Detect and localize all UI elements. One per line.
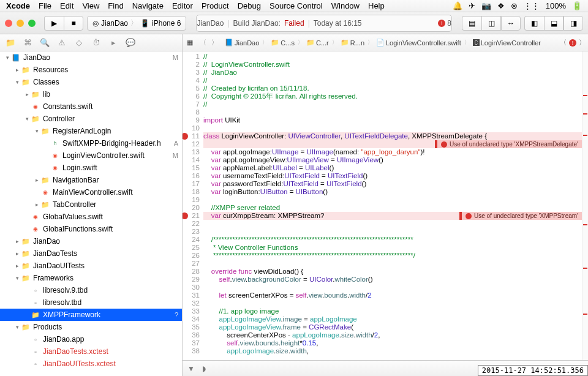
- code-content[interactable]: //// LoginViewController.swift// JianDao…: [203, 51, 582, 360]
- evernote-icon[interactable]: ❖: [497, 1, 505, 10]
- code-line[interactable]: [203, 284, 582, 291]
- line-number[interactable]: 37: [183, 339, 203, 347]
- code-line[interactable]: [203, 228, 582, 236]
- next-issue-button[interactable]: 〉: [579, 38, 586, 47]
- menu-edit[interactable]: Edit: [60, 1, 74, 10]
- debug-navigator-tab[interactable]: ⏱: [89, 37, 103, 49]
- line-number[interactable]: 13: [183, 148, 203, 156]
- code-line[interactable]: import UIKit: [203, 116, 582, 124]
- code-line[interactable]: // Created by licrifan on 15/11/18.: [203, 85, 582, 92]
- code-line[interactable]: ****************************************…: [203, 252, 582, 260]
- line-number[interactable]: 3: [183, 69, 203, 77]
- project-tree[interactable]: ▾📘JianDaoM▸📁Resources▾📁Classes▸📁lib◉Cons…: [0, 51, 182, 376]
- tree-item-jiandao[interactable]: ▾📘JianDaoM: [0, 51, 182, 64]
- inline-error-badge[interactable]: Use of undeclared type 'XMPPStream': [459, 212, 582, 220]
- breakpoints-button[interactable]: ◗: [202, 364, 206, 373]
- toggle-navigator-button[interactable]: ◧: [524, 16, 544, 31]
- error-badge[interactable]: ! 8: [438, 19, 451, 28]
- tree-item-jiandao[interactable]: ▸📁JianDao: [0, 235, 182, 247]
- go-forward-button[interactable]: 〉: [211, 38, 218, 47]
- jump-symbol[interactable]: 🅲 LoginViewController: [471, 39, 543, 47]
- jump-folder-1[interactable]: 📁 C...s: [269, 39, 296, 47]
- code-line[interactable]: screenCenterXPos - appLogoImage.size.wid…: [203, 331, 582, 339]
- code-line[interactable]: // Copyright © 2015年 licrifan. All right…: [203, 92, 582, 100]
- jump-folder-3[interactable]: 📁 R...n: [339, 39, 366, 47]
- line-number[interactable]: 11: [183, 132, 203, 140]
- disclosure-triangle[interactable]: ▾: [13, 275, 21, 281]
- code-line[interactable]: var appLogoImageView:UIImageView = UIIma…: [203, 156, 582, 164]
- line-number[interactable]: 15: [183, 164, 203, 172]
- tree-item-libresolv-9-tbd[interactable]: ▫libresolv.9.tbd: [0, 284, 182, 296]
- code-line[interactable]: var loginButton:UIButton = UIButton(): [203, 188, 582, 196]
- app-menu[interactable]: Xcode: [6, 1, 30, 10]
- find-navigator-tab[interactable]: 🔍: [38, 37, 51, 49]
- tree-item-constants-swift[interactable]: ◉Constants.swift: [0, 100, 182, 113]
- tree-item-jiandaotests-xctest[interactable]: ▫JianDaoTests.xctest: [0, 345, 182, 358]
- code-line[interactable]: /***************************************…: [203, 236, 582, 244]
- tree-item-xmppframework[interactable]: 📁XMPPFramework?: [0, 309, 182, 321]
- disclosure-triangle[interactable]: ▾: [33, 128, 40, 134]
- tree-item-globalvalues-swift[interactable]: ◉GlobalValues.swift: [0, 211, 182, 223]
- line-number[interactable]: 31: [183, 291, 203, 299]
- code-line[interactable]: * View Controller Functions: [203, 244, 582, 252]
- disclosure-triangle[interactable]: ▸: [23, 91, 31, 97]
- jump-project[interactable]: 📘 JianDao: [223, 39, 261, 47]
- report-navigator-tab[interactable]: 💬: [124, 37, 137, 49]
- disclosure-triangle[interactable]: ▸: [13, 238, 21, 244]
- code-line[interactable]: let screenCenterXPos = self.view.bounds.…: [203, 291, 582, 299]
- code-line[interactable]: appLogoImageView.frame = CGRectMake(: [203, 323, 582, 331]
- tree-item-jiandaouitests[interactable]: ▸📁JianDaoUITests: [0, 260, 182, 272]
- zoom-window[interactable]: [28, 20, 36, 27]
- code-line[interactable]: override func viewDidLoad() {: [203, 268, 582, 276]
- line-gutter[interactable]: 1234567891011121314151617181920212223242…: [183, 51, 203, 360]
- line-number[interactable]: 5: [183, 85, 203, 92]
- code-line[interactable]: //: [203, 53, 582, 61]
- stop-button[interactable]: ■: [64, 16, 83, 31]
- line-number[interactable]: 38: [183, 347, 203, 355]
- test-navigator-tab[interactable]: ◇: [72, 37, 86, 49]
- line-number[interactable]: 33: [183, 307, 203, 315]
- tree-item-jiandao-app[interactable]: ▫JianDao.app: [0, 333, 182, 345]
- tree-item-loginviewcontroller-swift[interactable]: ◉LoginViewController.swiftM: [0, 149, 182, 162]
- notification-icon[interactable]: 🔔: [453, 1, 462, 10]
- line-number[interactable]: 17: [183, 180, 203, 188]
- code-line[interactable]: self.view.backgroundColor = UIColor.whit…: [203, 276, 582, 284]
- disclosure-triangle[interactable]: ▸: [33, 177, 40, 183]
- tree-item-globalfunctions-swift[interactable]: ◉GlobalFunctions.swift: [0, 223, 182, 235]
- tree-item-frameworks[interactable]: ▾📁Frameworks: [0, 272, 182, 284]
- tree-item-products[interactable]: ▾📁Products: [0, 321, 182, 333]
- standard-editor-button[interactable]: ▤: [462, 16, 481, 31]
- line-number[interactable]: 16: [183, 172, 203, 180]
- code-line[interactable]: //: [203, 77, 582, 85]
- tree-item-controller[interactable]: ▾📁Controller: [0, 113, 182, 125]
- line-number[interactable]: 22: [183, 220, 203, 228]
- prev-issue-button[interactable]: 〈: [560, 38, 567, 47]
- tree-item-swiftxmpp-bridging-header-h[interactable]: hSwiftXMPP-Bridging-Header.hA: [0, 137, 182, 149]
- code-line[interactable]: [203, 124, 582, 132]
- breakpoint-navigator-tab[interactable]: ▸: [107, 37, 120, 49]
- code-line[interactable]: [203, 220, 582, 228]
- disclosure-triangle[interactable]: ▸: [13, 67, 21, 73]
- menu-product[interactable]: Product: [202, 1, 229, 10]
- disclosure-triangle[interactable]: ▾: [13, 324, 21, 330]
- code-line[interactable]: // JianDao: [203, 69, 582, 77]
- menu-editor[interactable]: Editor: [172, 1, 193, 10]
- line-number[interactable]: 25: [183, 244, 203, 252]
- code-line[interactable]: //1. app logo image: [203, 307, 582, 315]
- hide-debug-button[interactable]: ▼: [187, 364, 195, 373]
- plane-icon[interactable]: ✈: [469, 1, 475, 10]
- code-line[interactable]: var passwordTextField:UITextField = UITe…: [203, 180, 582, 188]
- line-number[interactable]: 23: [183, 228, 203, 236]
- disclosure-triangle[interactable]: ▸: [13, 263, 21, 269]
- code-line[interactable]: appLogoImageView.image = appLogoImage: [203, 315, 582, 323]
- menu-debug[interactable]: Debug: [238, 1, 261, 10]
- line-number[interactable]: 34: [183, 315, 203, 323]
- code-line[interactable]: [203, 299, 582, 307]
- code-line[interactable]: //XMPP server related: [203, 204, 582, 212]
- assistant-editor-button[interactable]: ◫: [481, 16, 501, 31]
- tree-item-tabcontroller[interactable]: ▸📁TabController: [0, 198, 182, 211]
- menu-window[interactable]: Window: [331, 1, 360, 10]
- toggle-utilities-button[interactable]: ◨: [564, 16, 583, 31]
- tree-item-libresolv-tbd[interactable]: ▫libresolv.tbd: [0, 296, 182, 309]
- line-number[interactable]: 1: [183, 53, 203, 61]
